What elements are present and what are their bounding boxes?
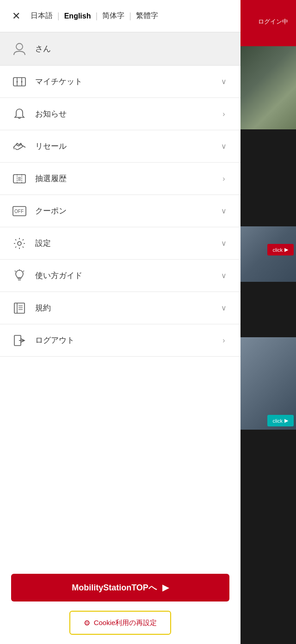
click-arrow-1: ▶	[284, 247, 288, 253]
logout-icon	[11, 332, 28, 349]
menu-item-notification[interactable]: お知らせ ›	[0, 98, 240, 130]
menu-item-my-ticket[interactable]: マイチケット ∨	[0, 66, 240, 98]
cookie-btn-label: Cookie利用の再設定	[94, 619, 157, 627]
resale-label: リセール	[35, 141, 218, 152]
svg-point-4	[17, 81, 18, 82]
close-icon: ✕	[12, 10, 20, 22]
mobility-btn-label: MobilityStationTOPへ	[72, 582, 157, 593]
lang-separator-2: |	[95, 11, 98, 21]
guide-label: 使い方ガイド	[35, 270, 218, 281]
lottery-history-arrow: ›	[218, 173, 229, 184]
menu-item-resale[interactable]: リセール ∨	[0, 130, 240, 163]
click-label-1: click	[273, 247, 283, 253]
bg-image-1	[236, 46, 296, 129]
bottom-section: MobilityStationTOPへ ▶ ⚙ Cookie利用の再設定	[0, 565, 240, 644]
svg-point-0	[16, 43, 23, 50]
menu-item-coupon[interactable]: OFF クーポン ∨	[0, 195, 240, 227]
terms-label: 規約	[35, 303, 218, 313]
user-bar: さん	[0, 32, 240, 66]
lottery-history-label: 抽選履歴	[35, 173, 218, 184]
click-button-1[interactable]: click ▶	[267, 244, 294, 255]
bulb-icon	[11, 267, 28, 284]
menu-item-guide[interactable]: 使い方ガイド ∨	[0, 260, 240, 292]
svg-line-19	[23, 271, 24, 272]
menu-panel: ✕ 日本語 | English | 简体字 | 繁體字 さん	[0, 0, 240, 644]
resale-arrow: ∨	[218, 141, 229, 152]
svg-point-5	[21, 81, 23, 82]
guide-arrow: ∨	[218, 270, 229, 281]
svg-point-14	[18, 242, 21, 245]
settings-gear-icon	[11, 235, 28, 252]
notification-label: お知らせ	[35, 109, 218, 119]
click-arrow-2: ▶	[284, 418, 288, 424]
svg-rect-20	[14, 303, 25, 313]
coupon-arrow: ∨	[218, 206, 229, 217]
svg-text:OFF: OFF	[14, 209, 24, 214]
lang-separator-3: |	[129, 11, 131, 21]
logout-arrow: ›	[218, 335, 229, 346]
click-label-2: click	[273, 418, 283, 424]
menu-item-terms[interactable]: 規約 ∨	[0, 292, 240, 324]
settings-label: 設定	[35, 238, 218, 249]
handshake-icon	[11, 138, 28, 155]
terms-arrow: ∨	[218, 303, 229, 314]
menu-item-settings[interactable]: 設定 ∨	[0, 227, 240, 260]
settings-arrow: ∨	[218, 238, 229, 249]
user-icon	[11, 41, 28, 57]
click-button-2[interactable]: click ▶	[267, 415, 294, 426]
menu-list: マイチケット ∨ お知らせ ›	[0, 66, 240, 565]
lang-zh-cn[interactable]: 简体字	[102, 10, 124, 22]
mobility-station-button[interactable]: MobilityStationTOPへ ▶	[11, 574, 229, 601]
cookie-gear-icon: ⚙	[84, 619, 90, 627]
logout-label: ログアウト	[35, 335, 218, 346]
ticket2-icon	[11, 170, 28, 187]
menu-item-logout[interactable]: ログアウト ›	[0, 324, 240, 357]
svg-rect-1	[13, 78, 25, 86]
my-ticket-label: マイチケット	[35, 76, 218, 87]
username-label: さん	[35, 43, 51, 54]
menu-item-lottery-history[interactable]: 抽選履歴 ›	[0, 163, 240, 195]
close-button[interactable]: ✕	[9, 9, 23, 23]
lang-separator-1: |	[57, 11, 60, 21]
book-icon	[11, 300, 28, 316]
lang-en[interactable]: English	[64, 11, 91, 21]
coupon-label: クーポン	[35, 206, 218, 216]
login-status: ログイン中	[253, 14, 294, 30]
bell-icon	[11, 106, 28, 122]
lang-ja[interactable]: 日本語	[31, 10, 53, 22]
lang-zh-tw[interactable]: 繁體字	[136, 10, 158, 22]
language-bar: ✕ 日本語 | English | 简体字 | 繁體字	[0, 0, 240, 32]
coupon-icon: OFF	[11, 203, 28, 219]
notification-arrow: ›	[218, 109, 229, 120]
cookie-reset-button[interactable]: ⚙ Cookie利用の再設定	[69, 611, 171, 635]
ticket-icon	[11, 73, 28, 90]
mobility-btn-arrow: ▶	[162, 583, 169, 593]
my-ticket-arrow: ∨	[218, 76, 229, 87]
svg-line-18	[15, 271, 16, 272]
